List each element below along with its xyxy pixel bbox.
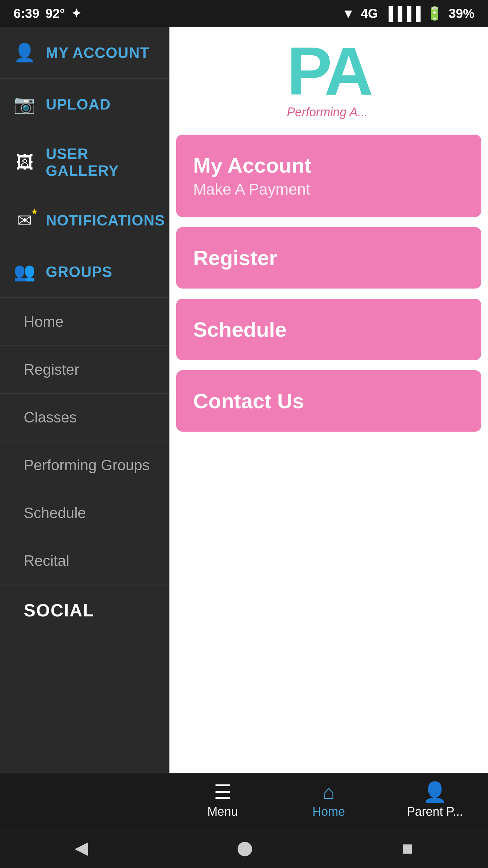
- register-button-title: Register: [193, 246, 464, 270]
- app-icon: ✦: [71, 6, 81, 21]
- sidebar-item-groups[interactable]: GROUPS: [0, 246, 169, 298]
- status-right: ▼ 4G ▐▐▐▐ 🔋 39%: [342, 6, 474, 21]
- social-section-label: SOCIAL: [0, 585, 169, 627]
- sidebar-item-user-gallery[interactable]: USER GALLERY: [0, 130, 169, 195]
- submenu-performing-groups[interactable]: Performing Groups: [0, 441, 169, 489]
- android-home-button[interactable]: ⬤: [237, 840, 253, 856]
- sidebar-item-notifications[interactable]: ★ NOTIFICATIONS: [0, 195, 169, 246]
- sidebar-item-upload[interactable]: UPLOAD: [0, 79, 169, 130]
- wifi-icon: ▼: [342, 6, 355, 21]
- menu-icon: ☰: [214, 782, 231, 802]
- sidebar: MY ACCOUNT UPLOAD USER GALLERY ★ NOTIFIC…: [0, 27, 169, 827]
- logo-area: PA Performing A...: [169, 27, 488, 130]
- submenu-home[interactable]: Home: [0, 298, 169, 346]
- my-account-label: MY ACCOUNT: [46, 44, 149, 61]
- my-account-button-subtitle: Make A Payment: [193, 180, 464, 198]
- home-icon: ⌂: [323, 782, 334, 802]
- submenu-register[interactable]: Register: [0, 346, 169, 394]
- nav-item-parent-portal[interactable]: 👤 Parent P...: [382, 782, 488, 819]
- time-display: 6:39: [14, 6, 39, 21]
- submenu-classes[interactable]: Classes: [0, 394, 169, 441]
- user-icon: [14, 42, 36, 63]
- logo-subtitle: Performing A...: [287, 105, 371, 119]
- menu-nav-label: Menu: [207, 805, 238, 819]
- notifications-label: NOTIFICATIONS: [46, 212, 165, 229]
- status-bar: 6:39 92° ✦ ▼ 4G ▐▐▐▐ 🔋 39%: [0, 0, 488, 27]
- sidebar-item-my-account[interactable]: MY ACCOUNT: [0, 27, 169, 79]
- battery-icon: 🔋: [427, 6, 443, 21]
- temperature-display: 92°: [45, 6, 65, 21]
- contact-us-button[interactable]: Contact Us: [176, 370, 481, 432]
- my-account-button-title: My Account: [193, 153, 464, 177]
- groups-label: GROUPS: [46, 263, 113, 280]
- nav-item-home[interactable]: ⌂ Home: [276, 782, 382, 819]
- main-content: PA Performing A... My Account Make A Pay…: [169, 27, 488, 827]
- user-gallery-label: USER GALLERY: [46, 145, 155, 179]
- bottom-nav-items: ☰ Menu ⌂ Home 👤 Parent P...: [169, 782, 488, 819]
- logo-letters: PA: [287, 41, 371, 102]
- android-recent-button[interactable]: ◼: [402, 840, 413, 856]
- schedule-button-title: Schedule: [193, 317, 464, 341]
- home-nav-label: Home: [312, 805, 345, 819]
- submenu-recital[interactable]: Recital: [0, 537, 169, 585]
- camera-icon: [14, 94, 36, 115]
- android-nav: ◀ ⬤ ◼: [0, 827, 488, 868]
- notifications-icon: ★: [14, 210, 36, 231]
- status-left: 6:39 92° ✦: [14, 6, 81, 21]
- bottom-nav: ☰ Menu ⌂ Home 👤 Parent P...: [0, 773, 488, 827]
- upload-label: UPLOAD: [46, 96, 111, 113]
- battery-percent: 39%: [449, 6, 474, 21]
- my-account-button[interactable]: My Account Make A Payment: [176, 135, 481, 217]
- schedule-button[interactable]: Schedule: [176, 299, 481, 360]
- parent-portal-nav-label: Parent P...: [407, 805, 463, 819]
- contact-us-button-title: Contact Us: [193, 389, 464, 413]
- submenu-schedule[interactable]: Schedule: [0, 489, 169, 537]
- app-container: MY ACCOUNT UPLOAD USER GALLERY ★ NOTIFIC…: [0, 27, 488, 827]
- network-icon: 4G: [361, 6, 378, 21]
- signal-bars-icon: ▐▐▐▐: [384, 6, 421, 21]
- gallery-icon: [14, 152, 36, 173]
- register-button[interactable]: Register: [176, 227, 481, 289]
- groups-icon: [14, 261, 36, 282]
- nav-item-menu[interactable]: ☰ Menu: [169, 782, 276, 819]
- logo: PA Performing A...: [287, 41, 371, 119]
- android-back-button[interactable]: ◀: [75, 837, 88, 858]
- parent-portal-icon: 👤: [423, 782, 447, 802]
